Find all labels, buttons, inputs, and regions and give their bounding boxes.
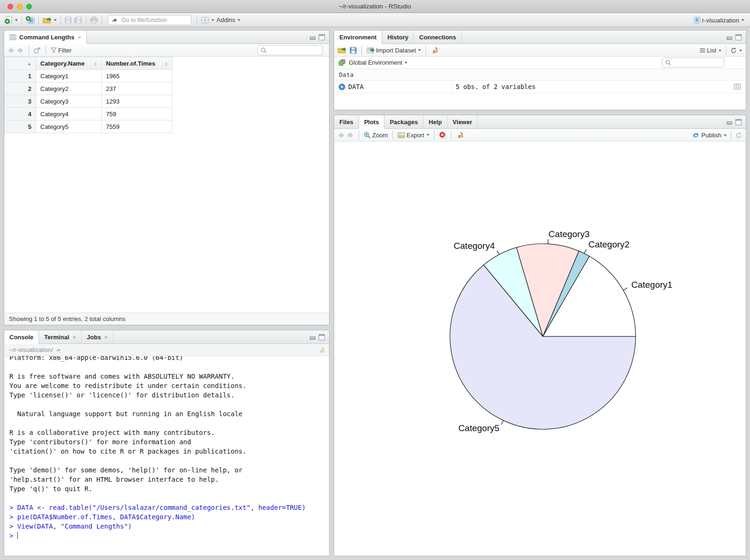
tab-command-lengths[interactable]: Command Lengths × [4, 30, 87, 44]
import-dataset-button[interactable]: Import Dataset [367, 47, 421, 54]
tab-packages-label: Packages [390, 119, 418, 126]
window-title: ~/r-visualization - RStudio [339, 3, 411, 10]
tab-files[interactable]: Files [334, 115, 359, 128]
global-environment-selector[interactable]: Global Environment [349, 59, 407, 66]
column-header-Category.Name[interactable]: ▲▼Category.Name [36, 57, 102, 70]
filter-button[interactable]: Filter [51, 47, 72, 54]
tab-help[interactable]: Help [423, 115, 447, 128]
open-file-button[interactable] [43, 17, 57, 23]
console-output-line: Type 'demo()' for some demos, 'help()' f… [9, 465, 329, 475]
save-all-button[interactable] [74, 16, 82, 23]
console-input-line: > DATA <- read.table("/Users/lsalazar/co… [9, 503, 329, 512]
console-output-line: R is a collaborative project with many c… [9, 428, 329, 437]
view-data-grid-icon[interactable] [734, 83, 741, 90]
pane-layout-button[interactable] [201, 17, 214, 23]
close-tab-icon[interactable]: × [78, 34, 82, 41]
tab-terminal[interactable]: Terminal × [39, 330, 82, 343]
maximize-window-icon[interactable] [26, 4, 32, 9]
new-project-button[interactable]: R [26, 16, 35, 24]
row-number-header[interactable]: ▲ [5, 57, 36, 70]
new-file-button[interactable] [5, 16, 18, 24]
tab-viewer[interactable]: Viewer [448, 115, 478, 128]
refresh-plot-icon[interactable] [735, 132, 742, 139]
project-name-label: r-visualization [702, 17, 739, 24]
clear-environment-broom-icon[interactable] [431, 47, 438, 54]
remove-plot-icon[interactable] [439, 132, 446, 139]
data-viewer-search-box[interactable] [257, 45, 323, 55]
tab-console[interactable]: Console [4, 330, 39, 344]
pane-window-controls [727, 119, 742, 125]
pie-label-tick [497, 251, 499, 255]
environment-search-box[interactable] [662, 58, 724, 67]
save-button[interactable] [65, 16, 72, 23]
maximize-pane-icon[interactable] [735, 34, 742, 40]
load-workspace-folder-icon[interactable] [338, 47, 346, 53]
maximize-pane-icon[interactable] [319, 34, 325, 40]
tab-packages[interactable]: Packages [384, 115, 423, 128]
print-button[interactable] [90, 16, 98, 23]
open-in-new-window-icon[interactable] [34, 47, 41, 53]
publish-caret-icon [724, 134, 727, 136]
goto-directory-arrow-icon[interactable] [55, 347, 61, 352]
project-caret-icon [742, 19, 744, 21]
environment-scope-row: Global Environment [334, 57, 746, 69]
tab-history[interactable]: History [382, 30, 414, 44]
minimize-pane-icon[interactable] [310, 37, 315, 40]
console-output-line: Platform: x86_64-apple-darwin15.6.0 (64-… [9, 356, 329, 362]
clear-all-plots-broom-icon[interactable] [456, 132, 464, 139]
goto-file-function-input[interactable] [120, 16, 181, 24]
tab-jobs[interactable]: Jobs × [82, 330, 113, 343]
plots-toolbar: Zoom Export Publish [334, 129, 746, 142]
new-file-caret-icon [15, 19, 18, 21]
next-plot-icon[interactable] [347, 132, 354, 138]
nav-back-icon[interactable] [8, 47, 14, 53]
project-menu-button[interactable]: R r-visualization [693, 16, 744, 24]
list-view-button[interactable]: List [699, 47, 721, 54]
close-jobs-tab-icon[interactable]: × [104, 334, 108, 341]
publish-plot-button[interactable]: Publish [692, 132, 727, 139]
table-row: 3Category31293 [5, 95, 172, 108]
table-row: 2Category2237 [5, 82, 172, 95]
tab-environment[interactable]: Environment [334, 30, 382, 44]
minimize-pane-icon[interactable] [310, 336, 315, 340]
tab-connections[interactable]: Connections [414, 30, 462, 44]
table-cell: Category4 [36, 108, 102, 120]
global-environment-caret-icon [405, 62, 407, 64]
tab-files-label: Files [339, 119, 353, 126]
console-output-line: Type 'license()' or 'licence()' for dist… [9, 390, 329, 400]
plots-pane: Files Plots Packages Help Viewer [334, 115, 746, 556]
close-terminal-tab-icon[interactable]: × [73, 334, 76, 341]
minimize-pane-icon[interactable] [727, 121, 732, 125]
console-output[interactable]: Platform: x86_64-apple-darwin15.6.0 (64-… [4, 356, 329, 556]
zoom-plot-button[interactable]: Zoom [364, 132, 388, 139]
clear-console-broom-icon[interactable] [318, 347, 325, 353]
environment-object-row[interactable]: DATA 5 obs. of 2 variables [334, 81, 746, 93]
tab-plots-label: Plots [364, 119, 379, 126]
table-cell: 7559 [102, 120, 172, 133]
addins-button[interactable]: Addins [217, 16, 240, 23]
refresh-environment-button[interactable] [730, 47, 742, 54]
save-workspace-icon[interactable] [350, 47, 357, 54]
environment-search-input[interactable] [673, 59, 721, 67]
tab-plots[interactable]: Plots [359, 115, 385, 129]
maximize-pane-icon[interactable] [735, 119, 742, 125]
expand-object-play-icon[interactable] [338, 83, 345, 90]
pie-label-tick [623, 288, 628, 290]
nav-forward-icon[interactable] [17, 47, 24, 53]
pie-label-Category2: Category2 [588, 239, 630, 249]
global-environment-label: Global Environment [349, 59, 402, 66]
console-tabbar: Console Terminal × Jobs × [4, 330, 329, 344]
previous-plot-icon[interactable] [338, 132, 344, 138]
maximize-pane-icon[interactable] [319, 334, 325, 340]
addins-caret-icon [238, 19, 240, 21]
column-header-Number.of.Times[interactable]: ▲▼Number.of.Times [102, 57, 172, 70]
minimize-pane-icon[interactable] [727, 37, 732, 40]
export-plot-button[interactable]: Export [398, 132, 429, 139]
close-window-icon[interactable] [8, 4, 13, 9]
goto-file-function-box[interactable] [108, 15, 191, 25]
data-viewer-search-input[interactable] [269, 46, 320, 54]
minimize-window-icon[interactable] [17, 4, 22, 9]
pie-label-tick [502, 420, 503, 425]
print-icon [90, 16, 98, 23]
export-caret-icon [427, 134, 429, 136]
